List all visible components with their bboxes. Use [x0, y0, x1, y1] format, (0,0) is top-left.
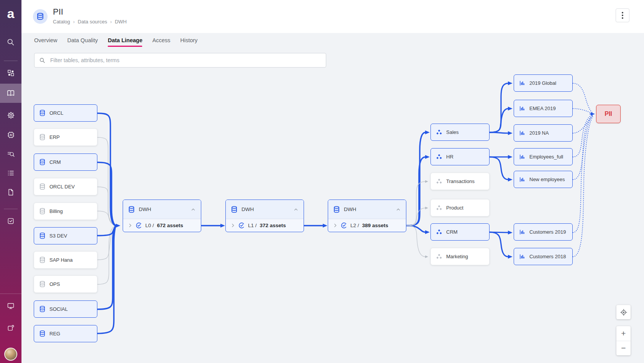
- sidebar-item-catalog[interactable]: [0, 84, 21, 103]
- node-label: ERP: [49, 134, 60, 140]
- domain-node-marketing[interactable]: Marketing: [430, 248, 490, 265]
- schema-icon: [436, 129, 442, 135]
- database-icon: [39, 306, 46, 312]
- sidebar-item-tasks[interactable]: [0, 211, 21, 231]
- node-label: DWH: [242, 206, 289, 212]
- report-node-customers-2019[interactable]: Customers 2019: [514, 223, 573, 241]
- dwh-assets-row[interactable]: L1 / 372 assets: [226, 219, 304, 232]
- sidebar-item-search[interactable]: [0, 33, 21, 52]
- tab-access[interactable]: Access: [152, 37, 170, 47]
- source-node-s3-dev[interactable]: S3 DEV: [34, 227, 97, 244]
- domain-node-crm[interactable]: CRM: [430, 223, 490, 241]
- sidebar-item-lists[interactable]: [0, 163, 21, 183]
- dwh-assets-count: 389 assets: [362, 223, 388, 228]
- breadcrumb-catalog[interactable]: Catalog: [53, 19, 70, 25]
- node-label: New employees: [529, 177, 565, 182]
- node-label: HR: [446, 154, 453, 160]
- bar-chart-icon: [519, 229, 526, 235]
- sidebar-item-documents[interactable]: [0, 183, 21, 202]
- source-node-erp[interactable]: ERP: [34, 129, 97, 146]
- dwh-node-l0[interactable]: DWH L0 / 672 assets: [123, 200, 201, 232]
- sidebar-divider: [4, 209, 18, 209]
- chevron-right-icon[interactable]: [230, 223, 235, 228]
- domain-node-hr[interactable]: HR: [430, 148, 490, 165]
- chevron-up-icon[interactable]: [293, 207, 299, 212]
- center-view-button[interactable]: [616, 305, 631, 319]
- chevron-up-icon[interactable]: [191, 207, 196, 212]
- sidebar-item-ai[interactable]: AI: [0, 125, 21, 144]
- tab-history[interactable]: History: [180, 37, 197, 47]
- report-node-2019-na[interactable]: 2019 NA: [514, 124, 573, 142]
- source-node-reg[interactable]: REG: [34, 325, 97, 342]
- report-edges: [490, 83, 508, 257]
- report-node-new-employees[interactable]: New employees: [514, 171, 573, 188]
- report-node-2019-global[interactable]: 2019 Global: [514, 74, 573, 92]
- filter-input[interactable]: [49, 57, 321, 64]
- source-node-billing[interactable]: Billing: [34, 203, 97, 220]
- report-node-emea-2019[interactable]: EMEA 2019: [514, 100, 573, 117]
- breadcrumb-data-sources[interactable]: Data sources: [78, 19, 107, 25]
- sidebar-item-settings[interactable]: [0, 106, 21, 125]
- dwh-assets-row[interactable]: L0 / 672 assets: [123, 219, 201, 232]
- sidebar-item-session[interactable]: [0, 318, 21, 338]
- sidebar-item-modules[interactable]: [0, 63, 21, 82]
- bar-chart-icon: [519, 130, 526, 136]
- tab-data-lineage[interactable]: Data Lineage: [108, 37, 142, 47]
- tab-data-quality[interactable]: Data Quality: [67, 37, 98, 47]
- node-label: Employees_full: [529, 154, 563, 160]
- breadcrumb-dwh[interactable]: DWH: [115, 19, 127, 25]
- source-node-orcl-dev[interactable]: ORCL DEV: [34, 178, 97, 195]
- chevron-up-icon[interactable]: [396, 207, 401, 212]
- node-label: ORCL DEV: [49, 184, 75, 190]
- node-label: 2019 NA: [529, 130, 549, 136]
- search-icon: [39, 57, 46, 64]
- chevron-right-icon[interactable]: [333, 223, 338, 228]
- source-node-social[interactable]: SOCIAL: [34, 300, 97, 318]
- kebab-menu-icon: [622, 12, 623, 13]
- database-icon: [36, 13, 44, 20]
- more-actions-button[interactable]: [616, 8, 629, 22]
- lineage-filter: [34, 53, 326, 68]
- zoom-in-button[interactable]: +: [616, 326, 631, 341]
- domain-node-transactions[interactable]: Transactions: [430, 173, 490, 190]
- bar-chart-icon: [519, 105, 526, 112]
- zoom-out-button[interactable]: −: [616, 341, 631, 356]
- node-label: Marketing: [446, 254, 468, 259]
- database-icon: [333, 206, 340, 213]
- dwh-level: L1 /: [248, 223, 257, 228]
- gray-source-edges: [97, 137, 115, 284]
- dwh-node-l2[interactable]: DWH L2 / 389 assets: [328, 200, 406, 232]
- gray-domain-edges: [406, 182, 426, 257]
- schema-icon: [436, 205, 442, 211]
- page-title: PII: [53, 7, 63, 17]
- database-icon: [39, 281, 46, 287]
- term-node-pii[interactable]: PII: [596, 105, 621, 123]
- tab-overview[interactable]: Overview: [34, 37, 57, 47]
- report-node-employees-full[interactable]: Employees_full: [514, 148, 573, 165]
- sidebar-item-monitor[interactable]: [0, 296, 21, 315]
- source-node-crm[interactable]: CRM: [34, 153, 97, 171]
- node-label: S3 DEV: [49, 233, 67, 239]
- tab-bar: Overview Data Quality Data Lineage Acces…: [34, 37, 197, 47]
- modules-grid-icon: [7, 69, 15, 77]
- chevron-right-icon[interactable]: [128, 223, 133, 228]
- report-node-customers-2018[interactable]: Customers 2018: [514, 248, 573, 265]
- ai-chip-icon: AI: [7, 131, 15, 139]
- domain-node-product[interactable]: Product: [430, 199, 490, 216]
- dwh-node-l1[interactable]: DWH L1 / 372 assets: [225, 200, 304, 232]
- catalog-item-icon: [238, 222, 245, 229]
- node-label: Sales: [446, 129, 459, 135]
- source-node-orcl[interactable]: ORCL: [34, 104, 97, 122]
- source-node-sap-hana[interactable]: SAP Hana: [34, 251, 97, 269]
- database-icon: [39, 257, 46, 263]
- source-node-ops[interactable]: OPS: [34, 276, 97, 293]
- bar-chart-icon: [519, 176, 526, 183]
- bar-chart-icon: [519, 253, 526, 260]
- dwh-assets-count: 672 assets: [157, 223, 183, 228]
- dwh-assets-row[interactable]: L2 / 389 assets: [328, 219, 406, 232]
- app-logo[interactable]: a: [0, 0, 21, 27]
- list-icon: [7, 169, 15, 177]
- sidebar-item-queries[interactable]: [0, 144, 21, 163]
- domain-node-sales[interactable]: Sales: [430, 124, 490, 141]
- user-avatar[interactable]: [4, 348, 17, 361]
